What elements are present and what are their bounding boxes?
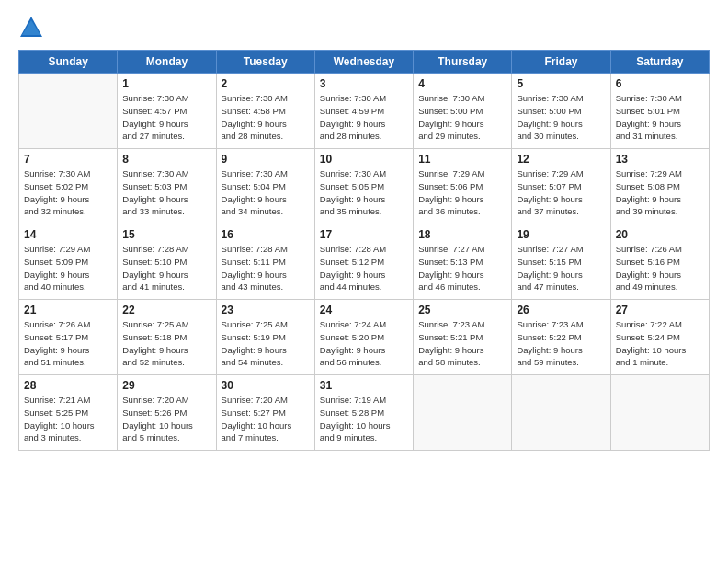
day-number: 6	[616, 77, 704, 90]
sun-info: Sunrise: 7:29 AM Sunset: 5:08 PM Dayligh…	[616, 167, 704, 218]
week-row-1: 1Sunrise: 7:30 AM Sunset: 4:57 PM Daylig…	[19, 74, 710, 149]
sun-info: Sunrise: 7:22 AM Sunset: 5:24 PM Dayligh…	[616, 318, 704, 369]
day-number: 18	[418, 228, 506, 241]
sun-info: Sunrise: 7:30 AM Sunset: 5:01 PM Dayligh…	[616, 92, 704, 143]
weekday-header-thursday: Thursday	[414, 51, 512, 74]
calendar-cell: 15Sunrise: 7:28 AM Sunset: 5:10 PM Dayli…	[118, 224, 216, 300]
calendar-cell: 4Sunrise: 7:30 AM Sunset: 5:00 PM Daylig…	[414, 74, 512, 149]
sun-info: Sunrise: 7:29 AM Sunset: 5:07 PM Dayligh…	[517, 167, 605, 218]
weekday-header-saturday: Saturday	[610, 51, 709, 74]
calendar-cell: 1Sunrise: 7:30 AM Sunset: 4:57 PM Daylig…	[118, 74, 216, 149]
calendar-cell: 5Sunrise: 7:30 AM Sunset: 5:00 PM Daylig…	[512, 74, 610, 149]
calendar-table: SundayMondayTuesdayWednesdayThursdayFrid…	[18, 50, 710, 451]
day-number: 28	[24, 379, 112, 392]
weekday-header-wednesday: Wednesday	[314, 51, 413, 74]
calendar-cell: 27Sunrise: 7:22 AM Sunset: 5:24 PM Dayli…	[610, 300, 709, 375]
calendar-cell	[19, 74, 118, 149]
day-number: 22	[122, 304, 210, 316]
sun-info: Sunrise: 7:19 AM Sunset: 5:28 PM Dayligh…	[320, 394, 408, 444]
calendar-cell: 26Sunrise: 7:23 AM Sunset: 5:22 PM Dayli…	[512, 300, 610, 375]
day-number: 1	[122, 77, 210, 90]
day-number: 7	[24, 153, 112, 166]
calendar-cell: 13Sunrise: 7:29 AM Sunset: 5:08 PM Dayli…	[610, 149, 709, 224]
sun-info: Sunrise: 7:28 AM Sunset: 5:12 PM Dayligh…	[320, 243, 408, 293]
sun-info: Sunrise: 7:23 AM Sunset: 5:21 PM Dayligh…	[418, 318, 506, 369]
sun-info: Sunrise: 7:30 AM Sunset: 5:00 PM Dayligh…	[418, 92, 506, 143]
day-number: 10	[320, 153, 408, 166]
day-number: 16	[222, 228, 310, 241]
day-number: 11	[418, 153, 506, 166]
page: SundayMondayTuesdayWednesdayThursdayFrid…	[0, 0, 728, 563]
sun-info: Sunrise: 7:30 AM Sunset: 5:03 PM Dayligh…	[122, 167, 210, 218]
week-row-4: 21Sunrise: 7:26 AM Sunset: 5:17 PM Dayli…	[19, 300, 710, 375]
day-number: 8	[122, 153, 210, 166]
sun-info: Sunrise: 7:30 AM Sunset: 5:00 PM Dayligh…	[517, 92, 605, 143]
calendar-cell: 19Sunrise: 7:27 AM Sunset: 5:15 PM Dayli…	[512, 224, 610, 300]
sun-info: Sunrise: 7:30 AM Sunset: 4:57 PM Dayligh…	[122, 92, 210, 143]
calendar-cell: 16Sunrise: 7:28 AM Sunset: 5:11 PM Dayli…	[216, 224, 314, 300]
day-number: 23	[222, 304, 310, 316]
header	[18, 15, 710, 40]
calendar-cell: 31Sunrise: 7:19 AM Sunset: 5:28 PM Dayli…	[314, 375, 413, 451]
calendar-cell: 10Sunrise: 7:30 AM Sunset: 5:05 PM Dayli…	[314, 149, 413, 224]
day-number: 4	[418, 77, 506, 90]
weekday-header-tuesday: Tuesday	[216, 51, 314, 74]
calendar-cell: 7Sunrise: 7:30 AM Sunset: 5:02 PM Daylig…	[19, 149, 118, 224]
sun-info: Sunrise: 7:30 AM Sunset: 5:05 PM Dayligh…	[320, 167, 408, 218]
weekday-header-friday: Friday	[512, 51, 610, 74]
calendar-cell: 12Sunrise: 7:29 AM Sunset: 5:07 PM Dayli…	[512, 149, 610, 224]
calendar-cell	[414, 375, 512, 451]
sun-info: Sunrise: 7:20 AM Sunset: 5:26 PM Dayligh…	[122, 394, 210, 444]
sun-info: Sunrise: 7:29 AM Sunset: 5:09 PM Dayligh…	[24, 243, 112, 293]
day-number: 25	[418, 304, 506, 316]
sun-info: Sunrise: 7:25 AM Sunset: 5:18 PM Dayligh…	[122, 318, 210, 369]
calendar-cell: 22Sunrise: 7:25 AM Sunset: 5:18 PM Dayli…	[118, 300, 216, 375]
calendar-cell: 8Sunrise: 7:30 AM Sunset: 5:03 PM Daylig…	[118, 149, 216, 224]
calendar-cell: 23Sunrise: 7:25 AM Sunset: 5:19 PM Dayli…	[216, 300, 314, 375]
calendar-cell: 14Sunrise: 7:29 AM Sunset: 5:09 PM Dayli…	[19, 224, 118, 300]
sun-info: Sunrise: 7:24 AM Sunset: 5:20 PM Dayligh…	[320, 318, 408, 369]
svg-marker-1	[22, 20, 40, 35]
calendar-cell: 28Sunrise: 7:21 AM Sunset: 5:25 PM Dayli…	[19, 375, 118, 451]
weekday-header-row: SundayMondayTuesdayWednesdayThursdayFrid…	[19, 51, 710, 74]
day-number: 24	[320, 304, 408, 316]
calendar-cell: 6Sunrise: 7:30 AM Sunset: 5:01 PM Daylig…	[610, 74, 709, 149]
calendar-cell: 3Sunrise: 7:30 AM Sunset: 4:59 PM Daylig…	[314, 74, 413, 149]
sun-info: Sunrise: 7:25 AM Sunset: 5:19 PM Dayligh…	[222, 318, 310, 369]
day-number: 31	[320, 379, 408, 392]
sun-info: Sunrise: 7:29 AM Sunset: 5:06 PM Dayligh…	[418, 167, 506, 218]
weekday-header-monday: Monday	[118, 51, 216, 74]
calendar-cell: 29Sunrise: 7:20 AM Sunset: 5:26 PM Dayli…	[118, 375, 216, 451]
day-number: 12	[517, 153, 605, 166]
calendar-cell: 30Sunrise: 7:20 AM Sunset: 5:27 PM Dayli…	[216, 375, 314, 451]
sun-info: Sunrise: 7:30 AM Sunset: 4:58 PM Dayligh…	[222, 92, 310, 143]
calendar-cell: 21Sunrise: 7:26 AM Sunset: 5:17 PM Dayli…	[19, 300, 118, 375]
sun-info: Sunrise: 7:28 AM Sunset: 5:10 PM Dayligh…	[122, 243, 210, 293]
calendar-cell: 2Sunrise: 7:30 AM Sunset: 4:58 PM Daylig…	[216, 74, 314, 149]
calendar-cell: 24Sunrise: 7:24 AM Sunset: 5:20 PM Dayli…	[314, 300, 413, 375]
sun-info: Sunrise: 7:27 AM Sunset: 5:13 PM Dayligh…	[418, 243, 506, 293]
sun-info: Sunrise: 7:23 AM Sunset: 5:22 PM Dayligh…	[517, 318, 605, 369]
day-number: 30	[222, 379, 310, 392]
sun-info: Sunrise: 7:30 AM Sunset: 5:04 PM Dayligh…	[222, 167, 310, 218]
day-number: 2	[222, 77, 310, 90]
day-number: 13	[616, 153, 704, 166]
day-number: 17	[320, 228, 408, 241]
day-number: 20	[616, 228, 704, 241]
day-number: 27	[616, 304, 704, 316]
logo	[18, 15, 48, 40]
day-number: 21	[24, 304, 112, 316]
sun-info: Sunrise: 7:20 AM Sunset: 5:27 PM Dayligh…	[222, 394, 310, 444]
calendar-cell	[512, 375, 610, 451]
day-number: 14	[24, 228, 112, 241]
week-row-5: 28Sunrise: 7:21 AM Sunset: 5:25 PM Dayli…	[19, 375, 710, 451]
calendar-cell	[610, 375, 709, 451]
day-number: 19	[517, 228, 605, 241]
sun-info: Sunrise: 7:26 AM Sunset: 5:16 PM Dayligh…	[616, 243, 704, 293]
day-number: 5	[517, 77, 605, 90]
sun-info: Sunrise: 7:30 AM Sunset: 4:59 PM Dayligh…	[320, 92, 408, 143]
sun-info: Sunrise: 7:28 AM Sunset: 5:11 PM Dayligh…	[222, 243, 310, 293]
logo-icon	[18, 15, 44, 40]
day-number: 15	[122, 228, 210, 241]
day-number: 9	[222, 153, 310, 166]
